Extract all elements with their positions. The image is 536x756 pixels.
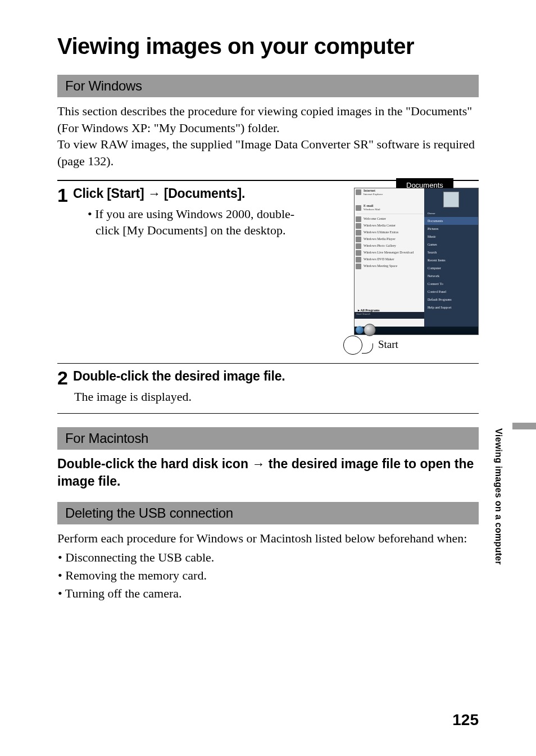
menu-internet: Internet [364, 189, 375, 192]
menu-item: Windows Meeting Space [355, 262, 425, 269]
usb-bullet-text: Removing the memory card. [65, 568, 207, 582]
step2-heading: Double-click the desired image file. [73, 368, 479, 385]
menu-item: Welcome Center [355, 215, 425, 222]
menu-item: Windows Photo Gallery [355, 242, 425, 249]
menu-right-item: Music [424, 233, 478, 241]
usb-bullet: • Removing the memory card. [57, 567, 479, 585]
magnifier-icon [343, 336, 362, 355]
divider [57, 363, 479, 364]
sidebar-tab [512, 423, 536, 429]
menu-email-sub: Windows Mail [364, 208, 380, 211]
page-number: 125 [452, 711, 479, 729]
section-header-windows: For Windows [57, 75, 479, 97]
menu-item: Windows DVD Maker [355, 256, 425, 262]
user-avatar [443, 192, 459, 207]
menu-right-item: Default Programs [424, 296, 478, 304]
mac-heading-a: Double-click the hard disk icon [57, 456, 252, 471]
menu-right-item: Search [424, 248, 478, 256]
menu-right-item: Network [424, 272, 478, 280]
menu-item: Windows Live Messenger Download [355, 249, 425, 256]
menu-email: E-mail [364, 204, 373, 207]
divider [57, 413, 479, 414]
menu-right-item: Connect To [424, 280, 478, 288]
arrow-icon: → [252, 456, 265, 471]
start-label: Start [378, 338, 398, 351]
menu-right-item: Help and Support [424, 304, 478, 311]
usb-intro: Perform each procedure for Windows or Ma… [57, 530, 479, 547]
arrow-icon: → [148, 186, 161, 201]
menu-documents: Documents [424, 217, 478, 225]
section-header-mac: For Macintosh [57, 427, 479, 450]
step1-bullet: • If you are using Windows 2000, double-… [73, 206, 315, 239]
start-search: Start Search [355, 312, 425, 319]
usb-bullet-text: Turning off the camera. [65, 586, 182, 600]
usb-bullet-text: Disconnecting the USB cable. [65, 550, 214, 564]
menu-right-item: Computer [424, 264, 478, 272]
menu-item: Windows Media Center [355, 222, 425, 229]
menu-right-item: Games [424, 241, 478, 248]
mac-instruction: Double-click the hard disk icon → the de… [57, 455, 479, 490]
step-number-1: 1 [57, 185, 73, 239]
menu-right-item: Pictures [424, 225, 478, 233]
start-orb-zoom [364, 324, 376, 336]
step-number-2: 2 [57, 368, 73, 406]
menu-right-item: Control Panel [424, 288, 478, 296]
step1-heading-a: Click [Start] [73, 186, 148, 201]
step1-bullet-text: If you are using Windows 2000, double-cl… [95, 207, 294, 238]
step1-heading-b: [Documents]. [161, 186, 246, 201]
menu-right-item: Recent Items [424, 256, 478, 264]
page-title: Viewing images on your computer [57, 34, 479, 59]
intro-paragraph: This section describes the procedure for… [57, 103, 479, 170]
menu-item: Windows Media Player [355, 236, 425, 242]
step1-heading: Click [Start] → [Documents]. [73, 185, 334, 202]
step2-body: The image is displayed. [73, 388, 479, 406]
menu-item: Windows Ultimate Extras [355, 229, 425, 236]
usb-bullet: • Disconnecting the USB cable. [57, 549, 479, 567]
section-header-usb: Deleting the USB connection [57, 502, 479, 524]
start-menu-screenshot: Documents InternetInternet Explorer E-ma… [345, 188, 479, 335]
usb-bullet: • Turning off the camera. [57, 585, 479, 603]
sidebar-chapter-label: Viewing images on a computer [493, 428, 503, 565]
menu-internet-sub: Internet Explorer [364, 193, 383, 196]
menu-owner: Owner [424, 210, 478, 217]
start-orb-small [356, 326, 364, 334]
